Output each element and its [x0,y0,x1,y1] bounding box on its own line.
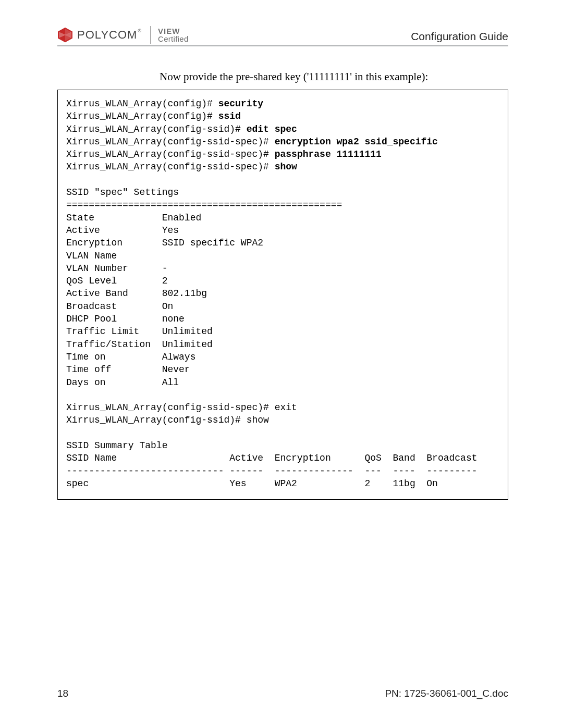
cli-line: QoS Level 2 [66,276,167,286]
cli-line: DHCP Pool none [66,314,185,324]
doc-pn: PN: 1725-36061-001_C.doc [385,688,508,699]
cli-line: Broadcast On [66,301,173,312]
cmd: security [218,98,263,109]
cert-top: VIEW [158,27,189,35]
cli-line: VLAN Number - [66,263,167,274]
prompt: Xirrus_WLAN_Array(config-ssid-spec)# [66,149,275,159]
brand-text: POLYCOM [77,28,137,42]
cli-line: Active Band 802.11bg [66,288,207,299]
cmd: edit spec [247,124,297,134]
guide-title: Configuration Guide [411,30,508,44]
prompt: Xirrus_WLAN_Array(config-ssid-spec)# [66,137,275,147]
cli-line: Xirrus_WLAN_Array(config-ssid-spec)# pas… [66,149,382,159]
prompt: Xirrus_WLAN_Array(config)# [66,98,218,109]
page-header: POLYCOM® VIEW Certified Configuration Gu… [57,26,508,46]
cli-line: Xirrus_WLAN_Array(config-ssid-spec)# sho… [66,162,297,172]
cli-line: Xirrus_WLAN_Array(config)# security [66,98,263,109]
cert-bot: Certified [158,35,189,43]
cli-line: Traffic Limit Unlimited [66,326,213,337]
logo-divider [150,26,151,44]
cli-line: VLAN Name [66,251,117,261]
cmd: show [275,162,297,172]
cli-line: Xirrus_WLAN_Array(config-ssid)# show [66,415,269,425]
cli-line: SSID Summary Table [66,440,167,451]
cli-line: Active Yes [66,225,179,236]
cli-line: ---------------------------- ------ ----… [66,466,478,476]
cli-line: Xirrus_WLAN_Array(config)# ssid [66,111,241,121]
intro-text: Now provide the pre-shared key ('1111111… [57,70,508,83]
cli-line: Time on Always [66,352,195,362]
cli-line: State Enabled [66,213,201,223]
cmd: passphrase 11111111 [275,149,382,159]
cli-line: ========================================… [66,200,342,210]
page-footer: 18 PN: 1725-36061-001_C.doc [57,688,508,699]
cli-line: Xirrus_WLAN_Array(config-ssid-spec)# enc… [66,137,438,147]
cli-line: SSID Name Active Encryption QoS Band Bro… [66,453,478,463]
page-number: 18 [57,688,68,699]
polycom-logo-icon [57,27,73,43]
cli-line: Time off Never [66,364,190,375]
cli-line: Encryption SSID specific WPA2 [66,238,263,248]
cli-line: Traffic/Station Unlimited [66,339,213,350]
cli-line: Xirrus_WLAN_Array(config-ssid)# edit spe… [66,124,297,134]
cmd: ssid [218,111,241,121]
cli-line: Xirrus_WLAN_Array(config-ssid-spec)# exi… [66,402,297,413]
prompt: Xirrus_WLAN_Array(config-ssid-spec)# [66,162,275,172]
prompt: Xirrus_WLAN_Array(config)# [66,111,218,121]
cli-line: Days on All [66,377,179,388]
cli-line: spec Yes WPA2 2 11bg On [66,478,438,489]
registered-mark: ® [138,28,142,33]
terminal-output: Xirrus_WLAN_Array(config)# security Xirr… [57,90,508,500]
document-page: POLYCOM® VIEW Certified Configuration Gu… [0,0,563,728]
cli-line: SSID "spec" Settings [66,187,179,198]
certification-block: VIEW Certified [158,27,189,43]
cmd: encryption wpa2 ssid_specific [275,137,438,147]
logo-block: POLYCOM® VIEW Certified [57,26,189,44]
prompt: Xirrus_WLAN_Array(config-ssid)# [66,124,247,134]
brand-name: POLYCOM® [77,28,142,42]
